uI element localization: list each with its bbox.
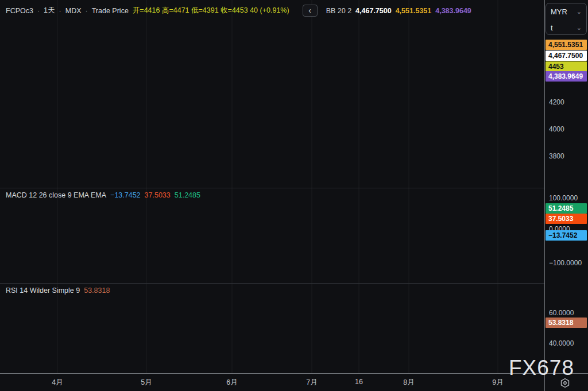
main-legend: FCPOc3 · 1天 · MDX · Trade Price 开=4416 高…	[6, 5, 471, 17]
symbol-label: FCPOc3	[6, 7, 33, 15]
axis-tick-label: 3800	[549, 152, 564, 160]
interval-label: 1天	[44, 6, 55, 16]
trading-chart-window: FCPOc3 · 1天 · MDX · Trade Price 开=4416 高…	[0, 0, 588, 391]
currency-label: MYR	[551, 7, 567, 16]
axis-tick-label: 60.0000	[549, 309, 574, 317]
macd-signal-value: 51.2485	[175, 191, 200, 199]
time-axis-label: 6月	[226, 378, 237, 388]
macd-indicator-title: MACD 12 26 close 9 EMA EMA	[6, 191, 106, 199]
rsi-indicator-title: RSI 14 Wilder Simple 9	[6, 287, 80, 295]
macd-hist-badge: −13.7452	[546, 230, 587, 241]
chevron-left-icon: ‹	[308, 6, 311, 15]
bb-upper-price-badge: 4,551.5351	[546, 40, 587, 50]
unit-dropdown[interactable]: t ⌄	[546, 20, 586, 36]
currency-dropdown[interactable]: MYR ⌄	[546, 3, 586, 20]
macd-hist-value: −13.7452	[110, 191, 140, 199]
time-axis-label: 8月	[403, 378, 414, 388]
chevron-down-icon: ⌄	[577, 24, 582, 32]
separator-dot: ·	[86, 7, 88, 15]
chart-canvas[interactable]	[0, 0, 544, 373]
macd-signal-badge: 51.2485	[546, 203, 587, 214]
last-price-badge: 4453	[546, 61, 587, 72]
separator-dot: ·	[59, 7, 61, 15]
axis-tick-label: 4200	[549, 98, 564, 106]
currency-unit-selector: MYR ⌄ t ⌄	[546, 3, 587, 35]
rsi-value-badge: 53.8318	[546, 318, 587, 328]
macd-line-value: 37.5033	[145, 191, 171, 199]
macd-value-badge: 37.5033	[546, 214, 587, 224]
rsi-legend: RSI 14 Wilder Simple 9 53.8318	[6, 287, 110, 295]
bb-upper-value: 4,551.5351	[396, 7, 432, 15]
time-axis-label: 9月	[492, 378, 503, 388]
time-axis-label: 7月	[306, 378, 317, 388]
exchange-label: MDX	[65, 7, 82, 15]
fx678-watermark: FX678	[509, 356, 574, 380]
price-type-label: Trade Price	[92, 7, 129, 15]
collapse-legend-button[interactable]: ‹	[303, 5, 318, 17]
bb-lower-price-badge: 4,383.9649	[546, 71, 587, 82]
macd-legend: MACD 12 26 close 9 EMA EMA −13.7452 37.5…	[6, 191, 200, 199]
time-axis[interactable]: 4月5月6月7月168月9月	[0, 373, 588, 391]
time-axis-label: 4月	[52, 378, 63, 388]
bb-basis-value: 4,467.7500	[355, 7, 392, 15]
axis-tick-label: 4000	[549, 125, 564, 133]
bb-basis-price-badge: 4,467.7500	[546, 51, 587, 61]
axis-tick-label: −100.0000	[549, 259, 582, 267]
rsi-value: 53.8318	[84, 287, 110, 295]
time-axis-label: 5月	[141, 378, 152, 388]
axis-tick-label: 40.0000	[549, 339, 574, 347]
time-axis-label: 16	[355, 378, 363, 386]
separator-dot: ·	[37, 7, 40, 15]
ohlc-values: 开=4416 高=4471 低=4391 收=4453 40 (+0.91%)	[133, 6, 289, 16]
axis-tick-label: 100.0000	[549, 194, 578, 202]
chevron-down-icon: ⌄	[577, 8, 582, 16]
price-axis[interactable]: MYR ⌄ t ⌄ 420040003800100.00000.0000−100…	[544, 0, 588, 373]
unit-label: t	[551, 24, 553, 32]
bb-lower-value: 4,383.9649	[435, 7, 471, 15]
bb-indicator-title: BB 20 2	[326, 7, 351, 15]
